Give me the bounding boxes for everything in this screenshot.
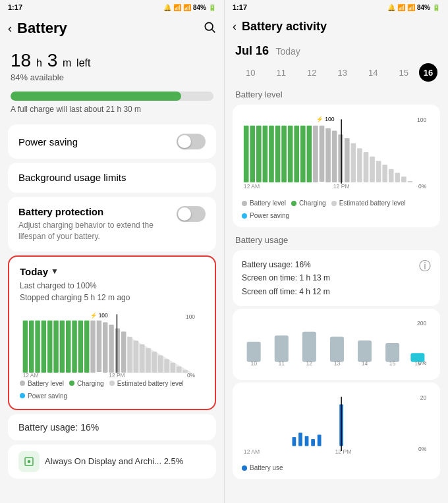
protection-text: Battery protection Adjust charging behav… — [18, 206, 171, 242]
svg-text:15: 15 — [389, 361, 396, 367]
right-legend-estimated-label: Estimated battery level — [339, 199, 406, 207]
always-on-card[interactable]: Always On Display and Archi... 2.5% — [8, 444, 216, 479]
protection-toggle[interactable] — [177, 206, 206, 222]
right-legend-battery-label: Battery level — [250, 199, 286, 207]
right-legend-ps-label: Power saving — [250, 212, 289, 219]
right-legend-charging: Charging — [291, 199, 326, 207]
svg-rect-62 — [370, 157, 375, 182]
battery-progress-container: A full charge will last about 21 h 30 m — [0, 85, 224, 120]
right-legend-battery: Battery level — [242, 199, 286, 207]
svg-rect-63 — [376, 161, 381, 182]
full-charge-text: A full charge will last about 21 h 30 m — [11, 105, 213, 114]
battery-level-chart-card: 100 0% ⚡ 100 — [233, 105, 440, 227]
legend-battery-use-label: Battery use — [250, 464, 283, 471]
battery-level-title: Battery level — [225, 84, 448, 102]
svg-text:0%: 0% — [418, 183, 427, 190]
right-chart-legend: Battery level Charging Estimated battery… — [242, 199, 431, 219]
right-back-button[interactable]: ‹ — [233, 20, 237, 34]
svg-rect-56 — [338, 134, 343, 182]
svg-rect-45 — [269, 126, 274, 182]
always-on-icon — [18, 451, 40, 472]
svg-text:12 AM: 12 AM — [244, 448, 260, 455]
svg-rect-8 — [42, 320, 46, 372]
date-16-active[interactable]: 16 — [419, 63, 437, 82]
right-status-icons: 🔔 📶 📶 84% 🔋 — [387, 4, 440, 11]
right-header: ‹ Battery activity — [225, 14, 448, 39]
battery-level-chart-svg: 100 0% ⚡ 100 — [242, 113, 431, 192]
svg-rect-51 — [307, 126, 312, 182]
svg-rect-16 — [90, 320, 95, 372]
date-15[interactable]: 15 — [389, 68, 420, 78]
svg-rect-18 — [103, 322, 107, 373]
right-battery-icon: 🔋 — [432, 4, 440, 11]
date-label: Jul 16 — [235, 44, 269, 57]
date-13[interactable]: 13 — [327, 68, 358, 78]
left-search-button[interactable] — [203, 20, 216, 37]
right-signal-icon: 📶 — [397, 4, 405, 11]
today-dropdown-icon[interactable]: ▼ — [51, 267, 59, 276]
background-usage-label: Background usage limits — [18, 172, 126, 183]
today-legend: Battery level Charging Estimated battery… — [20, 380, 204, 400]
battery-hours: 18 — [11, 50, 31, 70]
power-saving-label: Power saving — [18, 136, 78, 147]
right-legend-dot-estimated — [331, 201, 337, 206]
date-12[interactable]: 12 — [296, 68, 327, 78]
power-saving-toggle[interactable] — [177, 134, 206, 149]
right-legend-dot-battery — [242, 201, 247, 206]
svg-rect-66 — [395, 173, 400, 182]
power-saving-row: Power saving — [18, 134, 206, 149]
svg-rect-17 — [97, 320, 101, 371]
svg-rect-93 — [318, 435, 322, 446]
power-saving-card: Power saving — [8, 124, 216, 159]
svg-rect-5 — [23, 320, 28, 372]
svg-rect-11 — [60, 320, 65, 372]
date-14[interactable]: 14 — [358, 68, 389, 78]
right-legend-dot-charging — [291, 201, 296, 206]
svg-rect-32 — [177, 366, 181, 372]
legend-power-saving: Power saving — [20, 392, 67, 400]
svg-rect-42 — [250, 126, 255, 182]
svg-text:12 AM: 12 AM — [244, 183, 260, 190]
date-11[interactable]: 11 — [266, 68, 297, 78]
legend-dot-battery-use — [242, 465, 247, 471]
right-wifi-icon: 📶 — [407, 4, 415, 11]
svg-point-0 — [205, 22, 213, 30]
info-icon[interactable]: ⓘ — [419, 258, 431, 274]
left-page-title: Battery — [17, 20, 203, 37]
svg-rect-74 — [275, 336, 289, 362]
right-time: 1:17 — [233, 3, 247, 11]
left-signal-icon: 📶 — [173, 4, 181, 11]
battery-usage-percent: Battery usage: 16% — [18, 422, 206, 433]
svg-text:200: 200 — [417, 320, 427, 327]
svg-text:14: 14 — [362, 361, 368, 367]
svg-rect-13 — [72, 320, 76, 372]
date-bar-chart-card: 200 0% 10 11 12 13 14 15 16 — [233, 309, 440, 380]
date-header: Jul 16 Today — [225, 39, 448, 61]
minutes-unit: m — [63, 57, 71, 68]
svg-rect-90 — [298, 433, 302, 446]
right-legend-charging-label: Charging — [299, 199, 326, 207]
battery-usage-title: Battery usage — [225, 230, 448, 248]
left-back-button[interactable]: ‹ — [8, 22, 12, 36]
right-page-title: Battery activity — [242, 20, 440, 34]
svg-rect-9 — [47, 320, 52, 372]
battery-available: 84% available — [11, 72, 213, 82]
right-legend-estimated: Estimated battery level — [331, 199, 406, 207]
right-status-bar: 1:17 🔔 📶 📶 84% 🔋 — [225, 0, 448, 14]
svg-rect-89 — [293, 437, 296, 446]
hours-unit: h — [36, 57, 42, 68]
legend-dot-charging — [69, 381, 74, 386]
protection-row: Battery protection Adjust charging behav… — [18, 206, 206, 242]
svg-text:100: 100 — [417, 117, 427, 123]
svg-rect-21 — [121, 331, 126, 373]
background-usage-card[interactable]: Background usage limits — [8, 163, 216, 193]
always-on-label: Always On Display and Archi... 2.5% — [45, 456, 183, 466]
svg-rect-55 — [332, 130, 337, 182]
legend-dot-battery — [20, 381, 25, 386]
svg-line-1 — [212, 29, 215, 32]
left-battery-text: 84% — [193, 4, 206, 11]
left-status-bar: 1:17 🔔 📶 📶 84% 🔋 — [0, 0, 224, 14]
date-10[interactable]: 10 — [235, 68, 266, 78]
svg-rect-50 — [300, 126, 306, 182]
svg-rect-25 — [134, 340, 138, 373]
